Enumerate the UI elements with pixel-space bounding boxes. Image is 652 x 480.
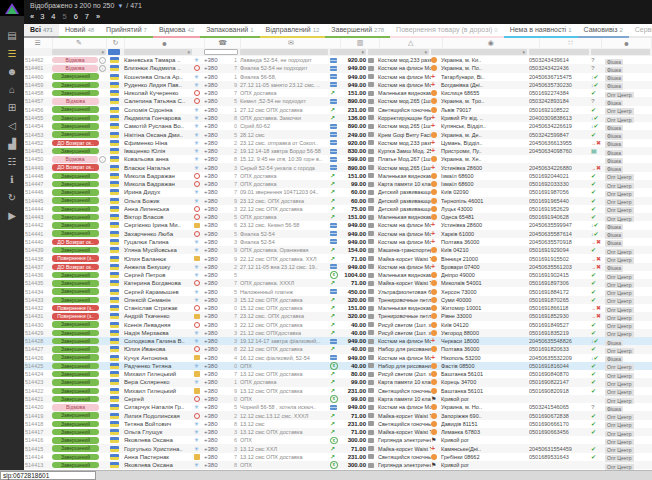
table-row[interactable]: 514434ЗавершенийСергей Карамышев✳+3805На… bbox=[24, 287, 652, 295]
person-icon[interactable]: ☻ bbox=[602, 38, 652, 48]
phone-number[interactable]: +380 bbox=[204, 74, 230, 80]
phone-icon[interactable]: ☎ bbox=[205, 38, 241, 48]
phone-number[interactable]: +380 bbox=[204, 264, 230, 270]
sync-icon[interactable]: ↻ bbox=[0, 188, 24, 206]
filter-tracking[interactable] bbox=[529, 49, 589, 55]
page-number[interactable]: 3 bbox=[40, 12, 44, 22]
tracking-number[interactable]: 20450635730230 bbox=[529, 82, 591, 88]
table-row[interactable]: 514413ЗавершенийЯковлева Оксана✳+3808ОПХ… bbox=[24, 461, 652, 469]
table-row[interactable]: 514462ВідмоваiКаневська Тамара ..✳+3801Л… bbox=[24, 56, 652, 64]
tracking-number[interactable]: 0501691870265 bbox=[529, 297, 591, 303]
table-row[interactable]: 514435ЗавершенийКатерина Богданова+3807О… bbox=[24, 279, 652, 287]
phone-number[interactable]: +380 bbox=[204, 256, 230, 262]
video-icon[interactable]: ▶ bbox=[0, 206, 24, 224]
filter-price[interactable]: ▾ bbox=[330, 49, 366, 55]
phone-number[interactable]: +380 bbox=[204, 247, 230, 253]
refresh-icon[interactable]: ↻ bbox=[107, 38, 126, 48]
tracking-number[interactable]: 0501691816044 bbox=[529, 363, 591, 369]
tracking-number[interactable]: 20450636715475 bbox=[529, 74, 591, 80]
tracking-number[interactable]: 20450635587614 bbox=[529, 231, 591, 237]
phone-number[interactable]: +380 bbox=[204, 363, 230, 369]
page-size-dropdown-icon[interactable]: ▼ bbox=[117, 3, 123, 9]
tracking-number[interactable]: 0501691929094 bbox=[529, 247, 591, 253]
tracking-number[interactable]: 0501692033330 bbox=[529, 181, 591, 187]
tab-запакований[interactable]: Запакований1 bbox=[200, 24, 259, 38]
phone-number[interactable]: +380 bbox=[204, 371, 230, 377]
comment-icon[interactable]: ✉ bbox=[241, 38, 341, 48]
table-row[interactable]: 514417ЗавершенийОльга Глущук✳+380313.12 … bbox=[24, 428, 652, 436]
table-row[interactable]: 514453ЗавершенийНікітіна Оксана Дми..✳+3… bbox=[24, 130, 652, 138]
clients-icon[interactable]: ☻ bbox=[0, 62, 24, 80]
tab-новий[interactable]: Новий48 bbox=[59, 24, 100, 38]
phone-number[interactable]: +380 bbox=[204, 322, 230, 328]
tab-повернення-товару-в-дорозі-[interactable]: Повернення товару (в дорозі)0 bbox=[390, 24, 504, 38]
tab-нема-в-наявності[interactable]: Нема в наявності1 bbox=[504, 24, 578, 38]
tab-прийнятий[interactable]: Прийнятий7 bbox=[100, 24, 153, 38]
tracking-number[interactable]: 0501690672838 bbox=[529, 413, 591, 419]
phone-number[interactable]: +380 bbox=[204, 98, 230, 104]
money-icon[interactable]: ▥ bbox=[341, 38, 379, 48]
tracking-number[interactable]: 0501691884172 bbox=[529, 289, 591, 295]
table-row[interactable]: 514457ВідмоваСалепина Татьяна С..+3805Ке… bbox=[24, 97, 652, 105]
phone-number[interactable]: +380 bbox=[204, 446, 230, 452]
phone-number[interactable]: +380 bbox=[204, 462, 230, 468]
table-row[interactable]: 514455ЗавершенийЛюдмила Гончарова✳+3808О… bbox=[24, 114, 652, 122]
table-row[interactable]: 514422ЗавершенийМихаил Гилецький+380913.… bbox=[24, 387, 652, 395]
table-row[interactable]: 514451ЗавершенийІващенко Юлія✳+380219.12… bbox=[24, 147, 652, 155]
barcode-icon[interactable]: ∷ bbox=[540, 38, 602, 48]
table-row[interactable]: 514428ЗавершенийСолодкова Галина В..✳+38… bbox=[24, 337, 652, 345]
table-row[interactable]: 514444ЗавершенийАнна Липенська+380322.12… bbox=[24, 205, 652, 213]
filter-country[interactable] bbox=[108, 49, 120, 55]
table-row[interactable]: 514432Повернення (з..Станіслав Стрижак+3… bbox=[24, 304, 652, 312]
next-page-icon[interactable]: » bbox=[96, 12, 99, 22]
phone-number[interactable]: +380 bbox=[204, 272, 230, 278]
table-row[interactable]: 514439ЗавершенийУляна Мусійовська✳+3809О… bbox=[24, 246, 652, 254]
tracking-number[interactable]: 0503241546065 bbox=[529, 404, 591, 410]
phone-number[interactable]: +380 bbox=[204, 280, 230, 286]
tab-завершений[interactable]: Завершений278 bbox=[325, 24, 390, 38]
phone-number[interactable]: +380 bbox=[204, 115, 230, 121]
page-number[interactable]: 5 bbox=[63, 12, 67, 22]
warehouse-icon[interactable]: ⌂ bbox=[0, 80, 24, 98]
table-row[interactable]: 514426ЗавершенийКучук Антонина+380416.12… bbox=[24, 354, 652, 362]
tracking-number[interactable]: 0501691965440 bbox=[529, 198, 591, 204]
phone-number[interactable]: +380 bbox=[204, 57, 230, 63]
tab-всі[interactable]: Всі471 bbox=[24, 24, 59, 38]
phone-number[interactable]: +380 bbox=[204, 421, 230, 427]
table-row[interactable]: 514459ЗавершенийРуденко Лидия Пав..✳+380… bbox=[24, 81, 652, 89]
phone-number[interactable]: +380 bbox=[204, 140, 230, 146]
phone-number[interactable]: +380 bbox=[204, 330, 230, 336]
table-row[interactable]: 514416ЗавершенийЯковлева Оксана✳+3806ОПХ… bbox=[24, 436, 652, 444]
table-row[interactable]: 514456ЗавершенийСоломія Сідоніна✳+380127… bbox=[24, 106, 652, 114]
tracking-number[interactable]: 0501691902415 bbox=[529, 272, 591, 278]
tab-сервіси[interactable]: Сервіси0 bbox=[629, 24, 652, 38]
tracking-number[interactable]: 20450634226619 bbox=[529, 123, 591, 129]
table-row[interactable]: 514424ЗавершенийМихаил Гилецький+380713.… bbox=[24, 370, 652, 378]
tracking-number[interactable]: 20450634098760 bbox=[529, 148, 591, 154]
phone-number[interactable]: +380 bbox=[204, 165, 230, 171]
phone-number[interactable]: +380 bbox=[204, 388, 230, 394]
settings-icon[interactable]: ☷ bbox=[0, 152, 24, 170]
phone-number[interactable]: +380 bbox=[204, 198, 230, 204]
phone-number[interactable]: +380 bbox=[204, 82, 230, 88]
table-row[interactable]: 514433ЗавершенийОлексій Семанін✳+380315.… bbox=[24, 296, 652, 304]
table-row[interactable]: 514421ЗавершенийСергей+3800ОПХ$99.00Карт… bbox=[24, 395, 652, 403]
phone-number[interactable]: +380 bbox=[204, 181, 230, 187]
table-row[interactable]: 514437ДО Возврат ок..Анжела Безушку✳+380… bbox=[24, 263, 652, 271]
stats-icon[interactable]: ▟ bbox=[0, 134, 24, 152]
tab-відправлений[interactable]: Відправлений12 bbox=[260, 24, 326, 38]
table-row[interactable]: 514431Повернення (з..Андрій Ткаченко+380… bbox=[24, 312, 652, 320]
phone-number[interactable]: +380 bbox=[204, 355, 230, 361]
tracking-number[interactable]: 0501690840870 bbox=[529, 371, 591, 377]
tracking-number[interactable]: 20450635570918 bbox=[529, 239, 591, 245]
tracking-number[interactable]: 0501691852930 bbox=[529, 313, 591, 319]
tracking-number[interactable]: 0501691940628 bbox=[529, 214, 591, 220]
table-row[interactable]: 514414ЗавершенийАнна Пастернак+380713.12… bbox=[24, 453, 652, 461]
table-row[interactable]: 514438Повернення (з..Юлия Баланюк+380922… bbox=[24, 254, 652, 262]
table-row[interactable]: 514440ДО Возврат ок..Гуцалюк Галина✳+380… bbox=[24, 238, 652, 246]
table-row[interactable]: 514460ЗавершенийКошелева Ольга Ар..✳+380… bbox=[24, 73, 652, 81]
tracking-number[interactable]: 0501691835219 bbox=[529, 330, 591, 336]
filter-product[interactable]: ▾ bbox=[368, 49, 429, 55]
table-row[interactable]: 514441ЗавершенийЗахарченко Люба+3805Фиал… bbox=[24, 230, 652, 238]
phone-number[interactable]: +380 bbox=[204, 107, 230, 113]
